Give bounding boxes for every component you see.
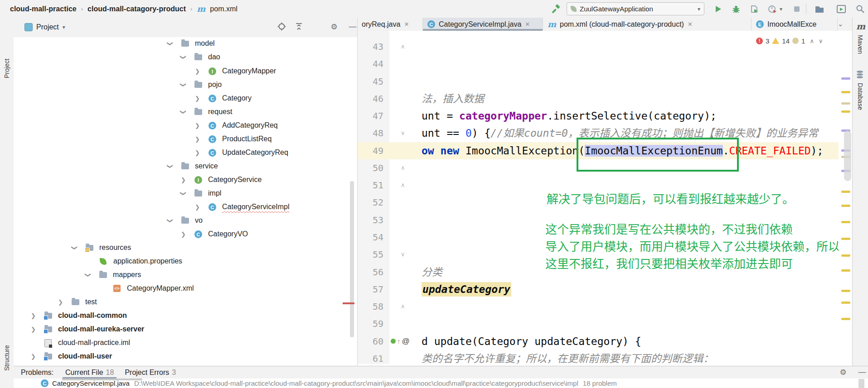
editor-tab[interactable]: mpom.xml (cloud-mall-category-product)✕ [543, 18, 752, 31]
tree-item[interactable]: cloud-mall-practice.iml [14, 336, 357, 350]
tree-item[interactable]: ❯CCategoryServiceImpl [14, 200, 357, 214]
tree-item[interactable]: ❯service [14, 159, 357, 173]
tree-chevron-icon[interactable]: ❯ [58, 299, 63, 306]
tree-item[interactable]: ❯impl [14, 187, 357, 200]
tree-item[interactable]: ❯CProductListReq [14, 132, 357, 146]
run-button[interactable] [712, 3, 724, 15]
tree-item[interactable]: <>CategoryMapper.xml [14, 282, 357, 295]
database-icon[interactable] [857, 70, 863, 78]
code-line[interactable]: 47unt = categoryMapper.insertSelective(c… [357, 107, 839, 125]
inspections-widget[interactable]: ! 3 14 1 ∧ ∨ [756, 35, 823, 46]
fold-marker-icon[interactable]: ∧ [401, 298, 405, 315]
fold-marker-icon[interactable]: ∧ [401, 38, 405, 55]
code-line[interactable]: 59 [357, 315, 839, 332]
tree-chevron-icon[interactable]: ❯ [71, 245, 78, 250]
tree-chevron-icon[interactable]: ❯ [195, 136, 200, 143]
tool-button-database[interactable]: Database [857, 83, 864, 137]
problems-tab[interactable]: Current File18 [60, 366, 119, 379]
tree-chevron-icon[interactable]: ❯ [31, 353, 36, 360]
tree-item[interactable]: ❯pojo [14, 78, 357, 91]
code-line[interactable]: 44 [357, 55, 839, 72]
run-configuration-select[interactable]: ZuulGatewayApplication ▾ [567, 2, 704, 15]
tree-chevron-icon[interactable]: ❯ [31, 326, 36, 333]
tree-item[interactable]: ❯resources [14, 241, 357, 254]
tree-chevron-icon[interactable]: ❯ [181, 177, 186, 183]
next-problem-icon[interactable]: ∨ [819, 38, 823, 44]
tree-chevron-icon[interactable]: ❯ [181, 231, 186, 238]
tree-item[interactable]: ❯cloud-mall-eureka-server [14, 322, 357, 336]
tree-item[interactable]: ❯request [14, 105, 357, 119]
collapse-all-icon[interactable] [295, 22, 305, 31]
editor-tab[interactable]: CCategoryServiceImpl.java✕ [423, 18, 543, 31]
tree-item[interactable]: ❯CAddCategoryReq [14, 119, 357, 132]
project-tree-scrollbar[interactable] [350, 181, 354, 337]
tree-item[interactable]: ❯CUpdateCategoryReq [14, 146, 357, 159]
profiler-button[interactable] [766, 3, 778, 15]
close-icon[interactable]: ✕ [404, 21, 409, 28]
prev-problem-icon[interactable]: ∧ [810, 38, 814, 44]
panel-divider[interactable] [357, 18, 358, 366]
breadcrumb-item[interactable]: cloud-mall-catagory-product [87, 5, 186, 13]
tree-item[interactable]: ❯ICategoryMapper [14, 64, 357, 78]
tree-chevron-icon[interactable]: ❯ [180, 191, 187, 196]
tree-item[interactable]: application.properties [14, 254, 357, 268]
run-tool-window-icon[interactable] [835, 3, 847, 15]
breadcrumb-item[interactable]: pom.xml [210, 5, 237, 13]
tree-chevron-icon[interactable]: ❯ [195, 149, 200, 156]
gutter-override-icons[interactable]: ↑@ [391, 333, 410, 350]
tree-chevron-icon[interactable]: ❯ [180, 55, 187, 60]
hide-panel-icon[interactable]: — [347, 22, 358, 31]
code-line[interactable]: 46法，插入数据 [357, 90, 839, 107]
tool-button-project[interactable]: Project [3, 28, 10, 78]
tree-chevron-icon[interactable]: ❯ [180, 82, 187, 87]
tree-item[interactable]: ❯dao [14, 50, 357, 64]
vertical-scrollbar-thumb[interactable] [858, 379, 864, 388]
close-icon[interactable]: ✕ [525, 21, 530, 28]
tab-list-chevron-icon[interactable]: ⌄ [838, 20, 844, 28]
close-icon[interactable]: ✕ [688, 21, 693, 28]
tree-chevron-icon[interactable]: ❯ [31, 312, 36, 319]
build-hammer-icon[interactable] [550, 3, 563, 15]
search-everywhere-icon[interactable] [854, 3, 866, 15]
tree-chevron-icon[interactable]: ❯ [167, 41, 174, 46]
tree-chevron-icon[interactable]: ❯ [167, 164, 174, 169]
project-view-select[interactable]: Project ▾ [24, 23, 65, 31]
tree-item[interactable]: ❯cloud-mall-user [14, 350, 357, 363]
tree-chevron-icon[interactable]: ❯ [167, 218, 174, 223]
tree-item[interactable]: ❯CCategoryVO [14, 227, 357, 241]
maven-icon[interactable]: m [856, 21, 865, 31]
tree-chevron-icon[interactable]: ❯ [85, 273, 92, 278]
stop-button[interactable] [790, 3, 803, 15]
tree-item[interactable]: ❯test [14, 295, 357, 309]
gear-icon[interactable]: ⚙ [838, 368, 849, 377]
tree-item[interactable]: ❯CCategory [14, 91, 357, 105]
project-tree[interactable]: ❯model❯dao❯ICategoryMapper❯pojo❯CCategor… [14, 37, 357, 366]
code-line[interactable]: 61类的名字不允许重复；所以，在更新前需要有下面的判断逻辑： [357, 350, 839, 364]
tree-item[interactable]: ❯cloud-mall-common [14, 309, 357, 322]
fold-marker-icon[interactable]: ∧ [401, 159, 405, 177]
problems-tab[interactable]: Project Errors3 [119, 366, 181, 379]
tree-item[interactable]: ❯mappers [14, 268, 357, 282]
gear-icon[interactable]: ⚙ [329, 22, 339, 32]
tree-chevron-icon[interactable]: ❯ [195, 68, 200, 75]
hide-panel-icon[interactable]: — [857, 368, 868, 377]
editor-tab[interactable]: EImoocMallExce [752, 18, 838, 31]
tree-chevron-icon[interactable]: ❯ [180, 110, 187, 115]
tree-chevron-icon[interactable]: ❯ [195, 204, 200, 211]
fold-marker-icon[interactable]: ∨ [401, 246, 405, 263]
code-line[interactable]: 58∧ [357, 298, 839, 315]
tool-button-favorites[interactable]: rites [3, 374, 10, 388]
code-line[interactable]: 60↑@d update(Category updateCategory) { [357, 333, 839, 350]
profiler-dropdown-icon[interactable]: ▾ [778, 3, 784, 15]
debug-button[interactable] [730, 3, 742, 15]
horizontal-scrollbar-thumb[interactable] [62, 378, 142, 380]
attach-to-process-icon[interactable] [813, 3, 825, 15]
tree-item[interactable]: ❯vo [14, 214, 357, 227]
tree-chevron-icon[interactable]: ❯ [195, 95, 200, 102]
tree-item[interactable]: ❯model [14, 37, 357, 50]
run-with-coverage-button[interactable] [748, 3, 760, 15]
editor-tab[interactable]: oryReq.java✕ [357, 18, 423, 31]
tree-chevron-icon[interactable]: ❯ [195, 122, 200, 129]
tree-item[interactable]: ❯ICategoryService [14, 173, 357, 187]
breadcrumb-item[interactable]: cloud-mall-practice [10, 5, 77, 13]
